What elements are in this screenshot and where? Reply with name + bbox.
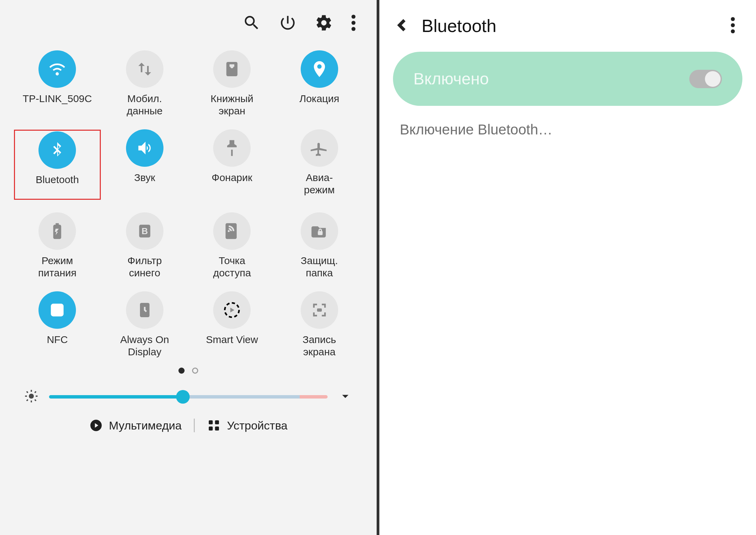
book-icon[interactable] [213, 50, 251, 88]
qs-tile-power[interactable]: Режим питания [14, 212, 101, 279]
qs-tile-bluetooth[interactable]: Bluetooth [14, 129, 101, 200]
page-indicator [0, 368, 377, 374]
page-dot-2[interactable] [192, 368, 198, 374]
svg-rect-23 [209, 426, 213, 431]
svg-point-25 [731, 17, 735, 21]
bluetooth-settings-panel: Bluetooth Включено Включение Bluetooth… [378, 0, 756, 535]
qs-tile-bluefilter[interactable]: BФильтр синего [101, 212, 189, 279]
search-icon[interactable] [242, 14, 261, 33]
svg-rect-22 [215, 420, 219, 424]
qs-tile-location[interactable]: Локация [276, 50, 363, 117]
brightness-row [0, 374, 377, 405]
back-icon[interactable] [395, 18, 410, 34]
qs-tile-sound[interactable]: Звук [101, 129, 189, 200]
svg-text:B: B [141, 226, 148, 236]
rec-icon[interactable] [301, 291, 338, 329]
lockfolder-icon[interactable] [301, 212, 338, 250]
chevron-down-icon[interactable] [338, 389, 353, 405]
multimedia-button[interactable]: Мультимедиа [89, 419, 182, 432]
data-icon[interactable] [126, 50, 163, 88]
footer-divider [194, 419, 195, 432]
plane-icon[interactable] [301, 129, 338, 167]
bluetooth-toggle[interactable] [689, 70, 722, 88]
svg-rect-10 [317, 308, 322, 311]
bluetooth-status-pill[interactable]: Включено [393, 52, 742, 106]
more-icon[interactable] [730, 16, 736, 36]
qs-tile-label: Запись экрана [303, 334, 336, 358]
qs-tile-book[interactable]: Книжный экран [188, 50, 276, 117]
multimedia-label: Мультимедиа [109, 419, 182, 432]
more-icon[interactable] [351, 14, 356, 33]
footer-bar: Мультимедиа Устройства [0, 419, 377, 432]
svg-line-17 [35, 400, 36, 401]
qs-tile-label: Звук [134, 172, 155, 196]
battery-icon[interactable] [38, 212, 76, 250]
svg-point-26 [731, 23, 735, 27]
qs-tile-label: Точка доступа [213, 255, 251, 279]
qs-tile-flash[interactable]: Фонарик [188, 129, 276, 200]
qs-tile-label: Bluetooth [36, 174, 79, 198]
brightness-thumb[interactable] [176, 390, 190, 404]
power-icon[interactable] [279, 14, 297, 33]
qs-tile-label: TP-LINK_509C [23, 93, 92, 117]
svg-point-27 [731, 29, 735, 33]
quick-settings-grid: TP-LINK_509CМобил. данныеКнижный экранЛо… [0, 44, 377, 358]
qs-tile-label: Мобил. данные [127, 93, 163, 117]
flash-icon[interactable] [213, 129, 251, 167]
svg-point-0 [351, 15, 356, 19]
svg-line-18 [27, 400, 28, 401]
qs-tile-label: Защищ. папка [301, 255, 338, 279]
toggle-knob [705, 71, 721, 87]
page-title: Bluetooth [422, 16, 719, 36]
wifi-icon[interactable] [38, 50, 76, 88]
svg-point-1 [351, 21, 356, 25]
svg-rect-24 [215, 426, 219, 431]
qs-tile-data[interactable]: Мобил. данные [101, 50, 189, 117]
brightness-icon [24, 389, 39, 405]
devices-button[interactable]: Устройства [207, 419, 287, 432]
qs-tile-label: Авиа- режим [304, 172, 335, 196]
page-dot-1[interactable] [178, 368, 185, 374]
qs-tile-smartview[interactable]: Smart View [188, 291, 276, 358]
svg-point-2 [351, 27, 356, 31]
pin-icon[interactable] [301, 50, 338, 88]
bfilter-icon[interactable]: B [126, 212, 163, 250]
header-bar: Bluetooth [379, 0, 756, 52]
devices-label: Устройства [227, 419, 287, 432]
qs-tile-aod[interactable]: Always On Display [101, 291, 189, 358]
qs-tile-wifi[interactable]: TP-LINK_509C [14, 50, 101, 117]
svg-point-5 [228, 230, 230, 232]
qs-tile-label: Книжный экран [210, 93, 253, 117]
pill-label: Включено [413, 69, 489, 88]
hotspot-icon[interactable] [213, 212, 251, 250]
svg-line-16 [27, 391, 28, 393]
qs-tile-label: Always On Display [120, 334, 169, 358]
qs-tile-label: NFC [47, 334, 68, 358]
qs-tile-airplane[interactable]: Авиа- режим [276, 129, 363, 200]
qs-tile-label: Smart View [206, 334, 258, 358]
svg-rect-6 [318, 231, 322, 235]
qs-tile-screenrec[interactable]: Запись экрана [276, 291, 363, 358]
status-text: Включение Bluetooth… [379, 106, 756, 153]
qs-tile-secure[interactable]: Защищ. папка [276, 212, 363, 279]
cast-icon[interactable] [213, 291, 251, 329]
svg-point-11 [29, 394, 34, 399]
qs-tile-label: Фильтр синего [127, 255, 162, 279]
sound-icon[interactable] [126, 129, 163, 167]
svg-rect-21 [209, 420, 213, 424]
aod-icon[interactable] [126, 291, 163, 329]
qs-tile-label: Локация [299, 93, 339, 117]
qs-tile-hotspot[interactable]: Точка доступа [188, 212, 276, 279]
qs-tile-nfc[interactable]: NFC [14, 291, 101, 358]
bt-icon[interactable] [38, 131, 76, 169]
svg-line-19 [35, 391, 36, 393]
gear-icon[interactable] [315, 14, 333, 33]
qs-tile-label: Фонарик [212, 172, 252, 196]
qs-tile-label: Режим питания [38, 255, 77, 279]
quick-settings-panel: TP-LINK_509CМобил. данныеКнижный экранЛо… [0, 0, 378, 535]
top-action-bar [0, 7, 377, 44]
nfc-icon[interactable] [38, 291, 76, 329]
brightness-slider[interactable] [49, 395, 328, 399]
